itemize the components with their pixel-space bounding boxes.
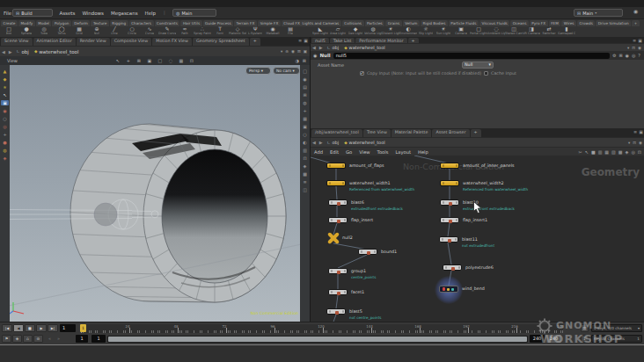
frame-range-slider[interactable] <box>107 336 528 343</box>
network-node[interactable]: polyextrude6 <box>443 264 462 271</box>
viewport-left-icon[interactable]: ◆ <box>1 76 9 82</box>
forward-icon[interactable]: ▶ <box>7 49 14 54</box>
shelf-tool-button[interactable]: ◆ Geo Light <box>347 26 364 37</box>
parameter-header-icon[interactable]: ⊞ <box>618 53 622 58</box>
shelf-tab[interactable]: Characters <box>129 20 154 26</box>
node-body[interactable] <box>326 308 346 315</box>
node-body[interactable] <box>440 217 459 223</box>
shelf-tool-button[interactable]: ∿ Curve <box>141 26 158 37</box>
view-mode-label[interactable]: View <box>0 58 18 63</box>
viewport-toolbar-right-icon[interactable]: ◑ <box>295 58 298 63</box>
node-body[interactable] <box>440 163 459 169</box>
viewport-toolbar-right-icon[interactable]: ⊞ <box>303 58 306 63</box>
transport-button[interactable]: ▶| <box>48 324 58 332</box>
shelf-tab[interactable]: Pyro FX <box>530 20 548 26</box>
viewport-left-icon[interactable]: ↖ <box>1 92 9 98</box>
shelf-tool-button[interactable]: ◇ Platonic Solids <box>229 26 246 37</box>
key-all-channels-button[interactable]: Key/All Channels1 <box>591 335 642 343</box>
viewport-right-icon[interactable]: ◍ <box>301 100 309 105</box>
network-node[interactable]: group1 centre_points <box>328 268 348 274</box>
network-menu-item[interactable]: Go <box>342 149 355 155</box>
viewport-tool-icon[interactable]: ↖ <box>114 58 121 63</box>
network-toolbar-icon[interactable]: ◎ <box>631 149 634 155</box>
range-start-field[interactable]: 1 <box>76 335 88 343</box>
shelf-tool-button[interactable]: ∴ Spray Paint <box>194 26 211 37</box>
path-root[interactable]: ∟ obj <box>14 49 32 54</box>
shelf-tool-button[interactable]: ◌ Ambient Light <box>487 26 505 37</box>
channel-scope-icon[interactable]: ↕ <box>581 335 589 343</box>
network-node[interactable]: amount_of_inner_panels <box>440 163 459 169</box>
viewport-left-icon[interactable]: ◉ <box>1 108 9 113</box>
network-menu-item[interactable]: Help <box>414 149 432 155</box>
desktop-selector[interactable]: ⊟ Build <box>12 9 53 17</box>
pathbar-icon[interactable]: ◉ <box>639 141 642 145</box>
shelf-tab[interactable]: + <box>632 20 640 26</box>
node-body[interactable] <box>439 286 458 293</box>
playbar-option-icon[interactable]: ⌂ <box>23 335 33 343</box>
network-menu-item[interactable]: Tools <box>374 149 392 155</box>
node-body[interactable] <box>328 289 348 295</box>
pathbar-icon[interactable]: ⊕ <box>285 49 289 54</box>
viewport-right-icon[interactable]: ◫ <box>301 187 309 192</box>
shelf-tab[interactable]: FEM <box>549 20 561 26</box>
viewport-left-icon[interactable]: ◎ <box>1 124 9 129</box>
pane-tab[interactable]: Tree View <box>363 129 391 137</box>
playbar-option-icon[interactable]: ⚑ <box>2 335 11 343</box>
shelf-tab[interactable]: Modify <box>18 20 35 26</box>
network-toolbar-icon[interactable]: ◈ <box>626 149 629 155</box>
pane-tab[interactable]: Animation Editor <box>33 38 76 46</box>
shelf-tab[interactable]: Lights and Cameras <box>300 20 341 26</box>
shelf-tool-button[interactable]: ◣ Spot Light <box>311 26 329 37</box>
node-body[interactable] <box>328 199 348 206</box>
shelf-tool-button[interactable]: ✎ Draw Curve <box>158 26 176 37</box>
pane-corner-icon[interactable]: ≡ <box>633 129 637 137</box>
network-toolbar-icon[interactable]: ▦ <box>604 149 609 155</box>
viewport-tool-icon[interactable]: ⊡ <box>188 58 195 63</box>
transport-button[interactable]: ■ <box>25 324 35 332</box>
pane-tab[interactable]: Asset Browser <box>432 129 469 137</box>
pathbar-icon[interactable]: ▾ <box>628 141 630 145</box>
network-toolbar-icon[interactable]: ▧ <box>611 149 616 155</box>
shelf-tab[interactable]: Texture <box>91 20 108 26</box>
shelf-tool-button[interactable]: T Font <box>211 26 229 37</box>
viewport-left-icon[interactable]: ◍ <box>1 148 9 153</box>
shelf-tool-button[interactable]: ☀ Sun Light <box>435 26 452 37</box>
node-body[interactable] <box>440 199 459 206</box>
pane-tab[interactable]: + <box>250 38 260 46</box>
path-node[interactable]: ◆ waterwheel_tool <box>341 140 387 145</box>
parameter-header-icon[interactable]: ⚙ <box>612 53 616 58</box>
keys-info-button[interactable]: 0 keys, 0/0 channels▾ <box>591 324 642 332</box>
node-body[interactable] <box>326 180 346 186</box>
pathbar-icon[interactable]: ◉ <box>291 49 295 54</box>
help-icon[interactable]: ◉ <box>633 8 638 14</box>
pane-tab[interactable]: Render View <box>77 38 110 46</box>
viewport-right-icon[interactable]: ◈ <box>301 163 309 169</box>
menu-item[interactable]: Megascans <box>107 11 142 16</box>
network-menu-item[interactable]: Add <box>311 149 326 155</box>
shelf-tool-button[interactable]: ◉ Metaball <box>264 26 282 37</box>
shelf-tab[interactable]: Polygon <box>52 20 70 26</box>
viewport-right-icon[interactable]: ▩ <box>301 171 309 177</box>
playback-end-field[interactable]: 240 <box>530 335 545 343</box>
network-node[interactable]: blast10 extrudedfront extrudedback <box>440 199 459 206</box>
shelf-tab[interactable]: Drive Simulation <box>596 20 631 26</box>
node-body[interactable] <box>328 268 348 274</box>
shelf-tool-button[interactable]: ▢ Portal Light <box>470 26 487 37</box>
shelf-tab[interactable]: Rigging <box>110 20 128 26</box>
viewport-left-icon[interactable]: ★ <box>1 84 9 90</box>
transport-button[interactable]: |◀ <box>2 324 12 332</box>
network-node[interactable]: amount_of_flaps <box>326 163 346 169</box>
shelf-tab[interactable]: Oceans <box>510 20 529 26</box>
shelf-tab[interactable]: Terrain FX <box>234 20 257 26</box>
transport-button[interactable]: ▶ <box>36 324 47 332</box>
viewport-left-icon[interactable]: + <box>1 132 9 137</box>
forward-icon[interactable]: ▶ <box>318 45 325 50</box>
shelf-tab[interactable]: Particle Fluids <box>449 20 479 26</box>
viewport-left-icon[interactable]: ◈ <box>1 156 9 161</box>
back-icon[interactable]: ◀ <box>311 140 318 145</box>
shelf-tool-button[interactable]: ◨ VR Camera <box>523 26 540 37</box>
pane-tab[interactable]: Scene View <box>1 38 33 46</box>
pane-tab[interactable]: Composite View <box>111 38 152 46</box>
network-node[interactable]: bound1 <box>358 249 377 255</box>
viewport-right-icon[interactable]: ▤ <box>301 84 309 90</box>
